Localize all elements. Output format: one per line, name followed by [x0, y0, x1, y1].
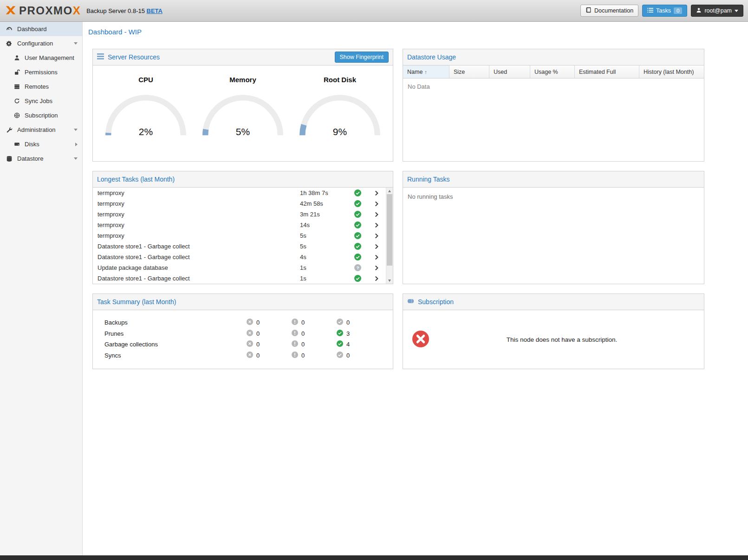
subscription-message: This node does not have a subscription.: [429, 336, 695, 343]
ok-count: 4: [346, 341, 350, 348]
beta-link[interactable]: BETA: [147, 7, 163, 14]
task-row[interactable]: termproxy 5s: [93, 230, 386, 241]
ok-count-group[interactable]: 3: [337, 330, 382, 338]
error-count: 0: [256, 330, 260, 337]
ok-circle-icon: [337, 319, 343, 326]
sidebar-item-label: Disks: [25, 141, 39, 148]
sidebar-item-label: Configuration: [17, 40, 53, 47]
warning-count-group[interactable]: 0: [292, 330, 337, 338]
ok-count-group[interactable]: 0: [337, 319, 382, 326]
warning-count-group[interactable]: 0: [292, 340, 337, 348]
sidebar-item-subscription[interactable]: Subscription: [0, 108, 82, 123]
open-task-chevron-icon[interactable]: [367, 222, 386, 228]
error-count: 0: [256, 341, 260, 348]
longest-tasks-body: termproxy 1h 38m 7s termproxy 42m 58s: [93, 188, 393, 284]
sidebar-item-configuration[interactable]: Configuration: [0, 36, 82, 51]
sidebar-item-user-management[interactable]: User Management: [0, 51, 82, 65]
status-ok-icon: [348, 189, 367, 196]
status-ok-icon: [348, 211, 367, 218]
ok-count-group[interactable]: 0: [337, 352, 382, 359]
documentation-button[interactable]: Documentation: [580, 5, 638, 17]
proxmox-logo-icon: [5, 4, 17, 18]
error-count-group[interactable]: 0: [247, 352, 292, 359]
vertical-scrollbar[interactable]: [386, 188, 393, 284]
topbar-actions: Documentation Tasks 0 root@pam: [580, 5, 743, 17]
task-name: termproxy: [93, 211, 300, 218]
open-task-chevron-icon[interactable]: [367, 190, 386, 196]
warning-circle-icon: [292, 352, 298, 359]
task-row[interactable]: Datastore store1 - Garbage collect 5s: [93, 241, 386, 252]
gauge-value: 5%: [199, 126, 287, 137]
error-count: 0: [256, 352, 260, 359]
window-bottom-edge: [0, 555, 748, 560]
status-ok-icon: [348, 254, 367, 260]
tasks-button[interactable]: Tasks 0: [642, 5, 687, 17]
column-header-estimated-full[interactable]: Estimated Full: [575, 65, 639, 78]
no-subscription-icon: [412, 331, 429, 349]
datastore-usage-body: Name ↑ Size Used Usage % Estimated Full …: [403, 65, 704, 161]
column-header-history[interactable]: History (last Month): [639, 65, 704, 78]
status-ok-icon: [348, 200, 367, 207]
task-duration: 5s: [300, 232, 348, 239]
task-row[interactable]: Datastore store1 - Garbage collect 4s: [93, 252, 386, 262]
error-count-group[interactable]: 0: [247, 340, 292, 348]
error-count-group[interactable]: 0: [247, 319, 292, 326]
proxmox-logo[interactable]: PROXMOX: [5, 4, 81, 18]
server-resources-panel: Server Resources Show Fingerprint CPU: [92, 49, 393, 162]
ok-count-group[interactable]: 4: [337, 340, 382, 348]
sidebar-item-disks[interactable]: Disks: [0, 137, 82, 151]
running-tasks-empty-text: No running tasks: [408, 193, 453, 200]
user-menu-label: root@pam: [704, 7, 732, 14]
open-task-chevron-icon[interactable]: [367, 265, 386, 271]
error-count-group[interactable]: 0: [247, 330, 292, 338]
column-header-used[interactable]: Used: [489, 65, 530, 78]
task-row[interactable]: termproxy 42m 58s: [93, 198, 386, 209]
scrollbar-thumb[interactable]: [387, 194, 392, 266]
chevron-down-icon[interactable]: [74, 157, 78, 160]
open-task-chevron-icon[interactable]: [367, 233, 386, 239]
open-task-chevron-icon[interactable]: [367, 212, 386, 217]
chevron-down-icon[interactable]: [74, 129, 78, 131]
open-task-chevron-icon[interactable]: [367, 201, 386, 207]
sidebar-item-label: Remotes: [25, 83, 49, 90]
show-fingerprint-button[interactable]: Show Fingerprint: [335, 52, 389, 63]
task-duration: 14s: [300, 221, 348, 228]
column-header-size[interactable]: Size: [449, 65, 489, 78]
open-task-chevron-icon[interactable]: [367, 244, 386, 249]
subscription-panel: Subscription This node does not have a s…: [403, 293, 704, 369]
page-titlebar: Dashboard - WIP: [83, 22, 748, 41]
task-row[interactable]: Update package database 1s ?: [93, 262, 386, 273]
warning-count: 0: [301, 330, 305, 337]
server-resources-body: CPU 2% Memory: [93, 65, 393, 161]
open-task-chevron-icon[interactable]: [367, 254, 386, 260]
user-menu-button[interactable]: root@pam: [691, 5, 743, 17]
life-ring-icon: [13, 112, 20, 118]
warning-count-group[interactable]: 0: [292, 319, 337, 326]
error-circle-icon: [247, 330, 253, 338]
scroll-up-button[interactable]: [386, 188, 393, 194]
sidebar-item-administration[interactable]: Administration: [0, 123, 82, 137]
sidebar-item-dashboard[interactable]: Dashboard: [0, 22, 82, 36]
server-resources-title: Server Resources: [108, 53, 160, 61]
sidebar-item-permissions[interactable]: Permissions: [0, 65, 82, 79]
chevron-right-icon[interactable]: [75, 143, 78, 146]
scroll-down-button[interactable]: [386, 277, 393, 284]
task-row[interactable]: Datastore store1 - Garbage collect 1s: [93, 273, 386, 284]
chevron-down-icon[interactable]: [74, 42, 78, 45]
column-header-usage-percent[interactable]: Usage %: [530, 65, 575, 78]
task-row[interactable]: termproxy 14s: [93, 220, 386, 230]
task-row[interactable]: termproxy 1h 38m 7s: [93, 188, 386, 198]
status-unknown-icon: ?: [348, 264, 367, 271]
sidebar-item-datastore[interactable]: Datastore: [0, 151, 82, 166]
open-task-chevron-icon[interactable]: [367, 276, 386, 281]
task-summary-title: Task Summary (last Month): [97, 298, 176, 306]
resource-bars-icon: [97, 53, 104, 61]
column-header-name[interactable]: Name ↑: [403, 65, 449, 78]
summary-row-backups: Backups 0 0 0: [93, 317, 393, 328]
warning-count-group[interactable]: 0: [292, 352, 337, 359]
sidebar-item-sync-jobs[interactable]: Sync Jobs: [0, 94, 82, 108]
memory-gauge: Memory 5%: [199, 65, 287, 138]
sidebar-item-remotes[interactable]: Remotes: [0, 79, 82, 94]
sync-icon: [13, 98, 20, 104]
task-row[interactable]: termproxy 3m 21s: [93, 209, 386, 220]
